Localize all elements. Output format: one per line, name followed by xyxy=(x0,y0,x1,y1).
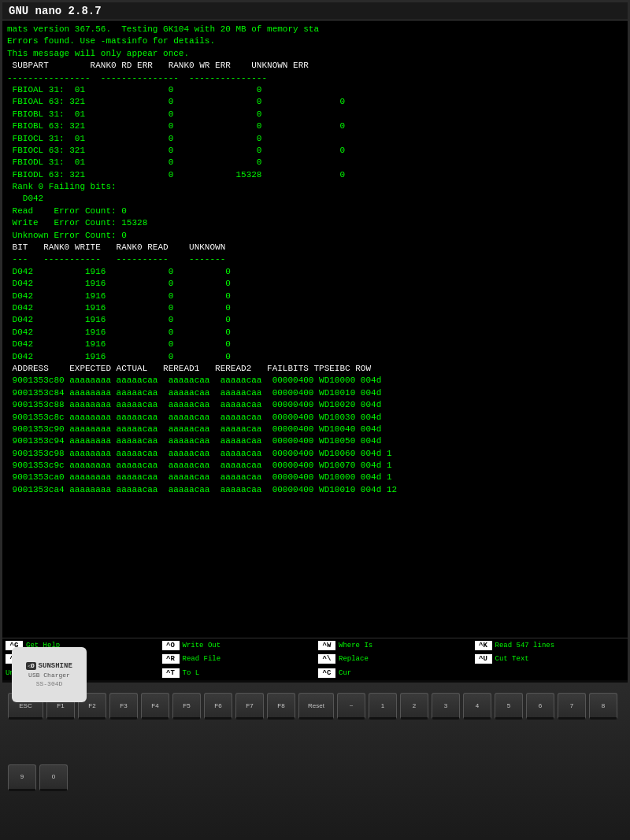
usb-type: USB Charger xyxy=(28,672,70,679)
keyboard-area: ESCF1F2F3F4F5F6F7F8Reset~1234567890 xyxy=(0,685,630,840)
nano-key-2: ^W xyxy=(318,641,335,650)
terminal-line-line40: 9001353c9c aaaaaaaa aaaaacaa aaaaacaa aa… xyxy=(7,460,623,472)
keyboard-key-f8[interactable]: F8 xyxy=(267,693,295,720)
nano-shortcut-2[interactable]: ^WWhere Is xyxy=(315,638,472,653)
monitor: GNU nano 2.8.7 mats version 367.56. Test… xyxy=(0,0,630,685)
terminal-line-line15: Rank 0 Failing bits: xyxy=(7,181,623,193)
terminal-line-line21: BIT RANK0 WRITE RANK0 READ UNKNOWN xyxy=(7,242,623,253)
app-title: GNU nano 2.8.7 xyxy=(9,5,102,17)
keyboard-key-f6[interactable]: F6 xyxy=(204,693,232,720)
title-bar: GNU nano 2.8.7 xyxy=(2,2,628,20)
keyboard-key-f7[interactable]: F7 xyxy=(235,693,264,720)
nano-key-5: ^R xyxy=(162,654,180,664)
nano-shortcut-5[interactable]: ^RRead File xyxy=(159,653,316,667)
nano-desc-2: Where Is xyxy=(339,642,372,649)
terminal-line-line42: 9001353ca4 aaaaaaaa aaaaacaa aaaaacaa aa… xyxy=(7,484,623,496)
terminal-line-line36: 9001353c8c aaaaaaaa aaaaacaa aaaaacaa aa… xyxy=(7,412,623,424)
usb-logo-badge: ◁D xyxy=(26,662,35,670)
terminal-line-line13: FBIODL 63: 321 0 15328 0 xyxy=(7,169,623,181)
terminal-line-line25: D042 1916 0 0 xyxy=(7,290,623,302)
terminal-line-line1: mats version 367.56. Testing GK104 with … xyxy=(7,24,623,35)
nano-shortcut-10[interactable]: ^TTo L xyxy=(159,666,316,680)
keyboard-key-3[interactable]: 3 xyxy=(432,693,460,720)
terminal-line-line2: Errors found. Use -matsinfo for details. xyxy=(7,35,623,47)
keyboard-key-~[interactable]: ~ xyxy=(337,693,365,720)
terminal-line-line30: D042 1916 0 0 xyxy=(7,351,623,363)
terminal-line-line27: D042 1916 0 0 xyxy=(7,314,623,326)
terminal-line-line18: Write Error Count: 15328 xyxy=(7,217,623,229)
terminal-line-line38: 9001353c94 aaaaaaaa aaaaacaa aaaaacaa aa… xyxy=(7,435,623,447)
terminal-line-line32: ADDRESS EXPECTED ACTUAL REREAD1 REREAD2 … xyxy=(7,363,623,375)
keyboard-key-5[interactable]: 5 xyxy=(495,693,523,720)
usb-brand: SUNSHINE xyxy=(39,662,72,670)
nano-key-1: ^O xyxy=(162,641,180,650)
keyboard-key-8[interactable]: 8 xyxy=(589,693,617,720)
terminal-line-line29: D042 1916 0 0 xyxy=(7,339,623,350)
keyboard-key-0[interactable]: 0 xyxy=(39,764,68,791)
nano-key-6: ^\ xyxy=(318,654,335,664)
keyboard-key-f4[interactable]: F4 xyxy=(141,693,169,720)
keyboard-key-2[interactable]: 2 xyxy=(400,693,428,720)
terminal-line-line11: FBIOCL 63: 321 0 0 0 xyxy=(7,145,623,157)
terminal-line-line37: 9001353c90 aaaaaaaa aaaaacaa aaaaacaa aa… xyxy=(7,424,623,435)
keyboard-key-f3[interactable]: F3 xyxy=(109,693,138,720)
terminal-line-line7: FBIOAL 63: 321 0 0 0 xyxy=(7,96,623,108)
terminal-line-line3: This message will only appear once. xyxy=(7,48,623,60)
terminal-line-line34: 9001353c84 aaaaaaaa aaaaacaa aaaaacaa aa… xyxy=(7,387,623,399)
keyboard-key-1[interactable]: 1 xyxy=(369,693,397,720)
nano-shortcut-7[interactable]: ^UCut Text xyxy=(472,653,628,667)
terminal-line-line12: FBIODL 31: 01 0 0 xyxy=(7,157,623,168)
terminal-line-line8: FBIOBL 31: 01 0 0 xyxy=(7,109,623,120)
usb-model: SS-304D xyxy=(36,680,63,687)
keyboard-key-7[interactable]: 7 xyxy=(558,693,586,720)
terminal-line-line16: D042 xyxy=(7,193,623,205)
keyboard-key-9[interactable]: 9 xyxy=(8,764,36,791)
terminal-line-line10: FBIOCL 31: 01 0 0 xyxy=(7,133,623,145)
terminal-line-line9: FBIOBL 63: 321 0 0 0 xyxy=(7,120,623,132)
keyboard-key-f5[interactable]: F5 xyxy=(172,693,201,720)
nano-desc-7: Cut Text xyxy=(495,655,529,663)
keyboard-key-4[interactable]: 4 xyxy=(463,693,491,720)
nano-shortcut-11[interactable]: ^CCur xyxy=(315,666,472,680)
terminal-line-line33: 9001353c80 aaaaaaaa aaaaacaa aaaaacaa aa… xyxy=(7,375,623,387)
terminal-line-line24: D042 1916 0 0 xyxy=(7,278,623,290)
keyboard-key-6[interactable]: 6 xyxy=(526,693,554,720)
nano-key-11: ^C xyxy=(318,668,335,678)
nano-desc-11: Cur xyxy=(339,669,351,677)
terminal-line-line6: FBIOAL 31: 01 0 0 xyxy=(7,84,623,96)
nano-shortcut-3[interactable]: ^KRead 547 lines xyxy=(472,638,628,653)
nano-desc-6: Replace xyxy=(339,655,369,663)
nano-shortcut-1[interactable]: ^OWrite Out xyxy=(159,638,316,653)
nano-key-7: ^U xyxy=(475,654,492,664)
nano-shortcut-6[interactable]: ^\Replace xyxy=(315,653,472,667)
keyboard-key-reset[interactable]: Reset xyxy=(298,693,334,720)
terminal-line-line4: SUBPART RANK0 RD ERR RANK0 WR ERR UNKNOW… xyxy=(7,60,623,72)
terminal-line-line5: ---------------- --------------- -------… xyxy=(7,72,623,84)
terminal-line-line26: D042 1916 0 0 xyxy=(7,302,623,314)
terminal-screen: mats version 367.56. Testing GK104 with … xyxy=(2,20,628,638)
nano-statusbar: ^GGet Help^OWrite Out^WWhere Is^KRead 54… xyxy=(2,638,628,680)
nano-key-10: ^T xyxy=(162,668,180,678)
nano-desc-10: To L xyxy=(183,669,200,677)
nano-desc-5: Read File xyxy=(183,655,221,663)
terminal-line-line19: Unknown Error Count: 0 xyxy=(7,230,623,242)
terminal-line-line39: 9001353c98 aaaaaaaa aaaaacaa aaaaacaa aa… xyxy=(7,448,623,460)
nano-key-3: ^K xyxy=(475,641,492,650)
terminal-line-line17: Read Error Count: 0 xyxy=(7,205,623,217)
nano-desc-1: Write Out xyxy=(183,642,221,649)
terminal-line-line28: D042 1916 0 0 xyxy=(7,327,623,339)
terminal-line-line23: D042 1916 0 0 xyxy=(7,266,623,278)
terminal-line-line22: --- ----------- ---------- ------- xyxy=(7,253,623,265)
usb-charger: ◁D SUNSHINE USB Charger SS-304D xyxy=(12,647,87,702)
terminal-line-line35: 9001353c88 aaaaaaaa aaaaacaa aaaaacaa aa… xyxy=(7,399,623,411)
nano-desc-3: Read 547 lines xyxy=(495,642,555,649)
terminal-line-line41: 9001353ca0 aaaaaaaa aaaaacaa aaaaacaa aa… xyxy=(7,472,623,483)
